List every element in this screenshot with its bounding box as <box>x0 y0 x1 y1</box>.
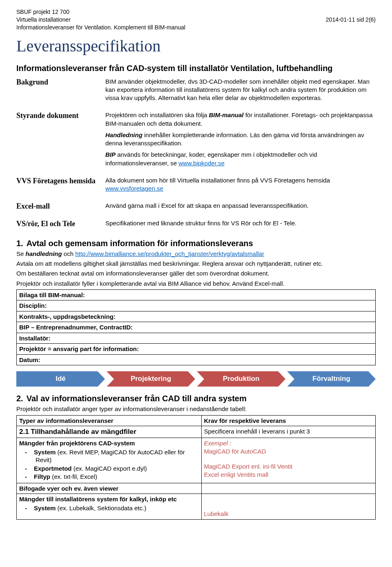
sec2-bifog-right <box>201 483 376 494</box>
sec2-mang-li2b: (ex. MagiCAD export e.dyl) <box>72 465 147 472</box>
sec2-mangkalk-li1a: System <box>34 505 56 511</box>
sec1-intro: Se handledning och http://www.bimallianc… <box>16 250 376 258</box>
sec2-mangkalk-left: Mängder till installatörens system för k… <box>17 494 202 520</box>
sec2-mang-li3b: (ex. txt-fil, Excel) <box>50 473 97 480</box>
sec2-mangkalk-li1: System (ex. Lubekalk, Sektionsdata etc.) <box>36 504 199 512</box>
sec2-mang-li3: Filtyp (ex. txt-fil, Excel) <box>36 473 199 481</box>
vvs-text: Alla dokument som hör till Virtuella ins… <box>105 176 376 193</box>
sec2-mang-right: Exempel : MagiCAD för AutoCAD MagiCAD Ex… <box>201 438 376 483</box>
sec1-row-4: Installatör: <box>17 333 376 344</box>
styrande-p1b: BIM-manual <box>209 111 243 118</box>
sec2-mangkalk-li1b: (ex. Lubekalk, Sektionsdata etc.) <box>56 505 146 511</box>
sec1-p2: Avtala om att modellens giltighet skall … <box>16 260 376 268</box>
sec2-mang-li1: System (ex. Revit MEP, MagiCAD för AutoC… <box>36 448 199 464</box>
body-vvs: Alla dokument som hör till Virtuella ins… <box>105 176 376 196</box>
sec2-table: Typer av informationsleveranser Krav för… <box>16 415 376 520</box>
sec2-mang-li1b: (ex. Revit MEP, MagiCAD för AutoCAD elle… <box>36 449 185 464</box>
term-vvs: VVS Företagens hemsida <box>16 176 98 196</box>
sec2-row21-left: 2.1 Tillhandahållande av mängdfiler <box>17 426 202 438</box>
sec2-mangkalk-top: Mängder till installatörens system för k… <box>19 495 199 503</box>
excel-text: Använd gärna mall i Excel för att skapa … <box>105 202 376 210</box>
document-page: SBUF projekt 12 700 Virtuella installati… <box>8 8 384 520</box>
arrow-ide: Idé <box>16 371 105 387</box>
styrande-p2: Handledning innehåller kompletterande in… <box>105 131 376 148</box>
link-vvsforetagen[interactable]: www.vvsforetagen.se <box>105 185 163 192</box>
sec2-intro: Projektör och installatör anger typer av… <box>16 405 376 413</box>
sec2-mang-top: Mängder från projektörens CAD-system <box>19 439 199 447</box>
body-bakgrund: BIM använder objektmodeller, dvs 3D-CAD-… <box>105 78 376 106</box>
styrande-p3: BIP används för beteckningar, koder, ege… <box>105 151 376 167</box>
body-styrande: Projektören och installatören ska följa … <box>105 111 376 171</box>
definitions-table: Bakgrund BIM använder objektmodeller, dv… <box>16 78 376 231</box>
arrow-projektering-label: Projektering <box>131 375 171 382</box>
section-2-num: 2. <box>16 394 23 403</box>
sec2-mang-li2a: Exportmetod <box>34 465 72 472</box>
document-subtitle: Informationsleveranser från CAD-system t… <box>16 63 376 73</box>
styrande-p1: Projektören och installatören ska följa … <box>105 111 376 128</box>
section-2-title: Val av informationsleveranser från CAD t… <box>27 394 247 403</box>
vsror-text: Specifikationer med liknande struktur fi… <box>105 219 376 227</box>
document-title: Leveransspecifikation <box>16 36 376 56</box>
sec2-mang-right-l2: MagiCAD Export enl. ini-fil Ventit <box>204 462 373 471</box>
section-2-heading: 2.Val av informationsleveranser från CAD… <box>16 394 376 403</box>
arrow-produktion-label: Produktion <box>223 375 260 382</box>
sec2-th-right: Krav för respektive leverans <box>201 415 376 426</box>
arrow-forvaltning: Förvaltning <box>287 371 376 387</box>
sec1-row-2: Kontrakts-, uppdragsbeteckning: <box>17 311 376 322</box>
sec2-mang-li2: Exportmetod (ex. MagiCAD export e.dyl) <box>36 465 199 473</box>
sec2-mang-left: Mängder från projektörens CAD-system Sys… <box>17 438 202 483</box>
section-1-title: Avtal och gemensam information för infor… <box>27 239 253 248</box>
term-bakgrund: Bakgrund <box>16 78 98 106</box>
sec1-intro-a: Se <box>16 250 26 257</box>
sec2-mangkalk-right-val: Lubekalk <box>204 510 373 518</box>
arrow-produktion: Produktion <box>197 371 285 387</box>
styrande-p2b: innehåller kompletterande information. L… <box>105 131 364 147</box>
arrow-projektering: Projektering <box>107 371 195 387</box>
sec2-th-left: Typer av informationsleveranser <box>17 415 202 426</box>
sec1-row-5: Projektör = ansvarig part för informatio… <box>17 344 376 355</box>
bakgrund-text: BIM använder objektmodeller, dvs 3D-CAD-… <box>105 78 376 102</box>
sec2-row21-right: Specificera innehåll i leverans i punkt … <box>201 426 376 438</box>
header-page-info: 2014-01-11 sid 2(6) <box>326 16 376 24</box>
sec1-row-6: Datum: <box>17 354 376 365</box>
sec1-table: Bilaga till BIM-manual: Disciplin: Kontr… <box>16 289 376 366</box>
term-excel: Excel-mall <box>16 202 98 213</box>
page-header: SBUF projekt 12 700 Virtuella installati… <box>16 8 376 31</box>
section-1-num: 1. <box>16 239 23 248</box>
header-line-1: SBUF projekt 12 700 <box>16 8 376 16</box>
sec1-intro-b: handledning <box>26 250 62 257</box>
arrow-ide-label: Idé <box>56 375 66 382</box>
sec2-mang-right-ex: Exempel : <box>204 439 373 447</box>
sec1-p4: Projektör och installatör fyller i kompl… <box>16 280 376 288</box>
link-bimalliance[interactable]: http://www.bimalliance.se/produkter_och_… <box>75 250 264 257</box>
header-line-3: Informationsleveranser för Ventilation. … <box>16 24 376 31</box>
styrande-p1a: Projektören och installatören ska följa <box>105 111 209 118</box>
sec1-p3: Om beställaren tecknat avtal om informat… <box>16 269 376 278</box>
term-vsror: VS/rör, El och Tele <box>16 219 98 231</box>
sec1-row-1: Disciplin: <box>17 300 376 311</box>
styrande-p3a: BIP <box>105 151 116 158</box>
body-vsror: Specifikationer med liknande struktur fi… <box>105 219 376 231</box>
term-styrande: Styrande dokument <box>16 111 98 171</box>
header-line-2: Virtuella installationer <box>16 16 71 24</box>
body-excel: Använd gärna mall i Excel för att skapa … <box>105 202 376 213</box>
vvs-text-a: Alla dokument som hör till Virtuella ins… <box>105 177 330 184</box>
sec1-row-3: BIP – Entreprenadnummer, ContractID: <box>17 322 376 333</box>
arrow-forvaltning-label: Förvaltning <box>312 375 350 382</box>
sec2-mang-li1a: System <box>34 449 56 456</box>
section-1-heading: 1.Avtal och gemensam information för inf… <box>16 239 376 248</box>
sec2-mang-right-l1: MagiCAD för AutoCAD <box>204 447 373 456</box>
process-arrows: Idé Projektering Produktion Förvaltning <box>16 371 376 387</box>
sec2-mang-li3a: Filtyp <box>34 473 50 480</box>
styrande-p2a: Handledning <box>105 131 143 138</box>
sec1-intro-c: och <box>62 250 76 257</box>
link-bipkoder[interactable]: www.bipkoder.se <box>178 160 225 167</box>
sec2-bifog-left: Bifogade vyer och ev. även viewer <box>17 483 202 494</box>
sec2-mangkalk-right: Lubekalk <box>201 494 376 520</box>
sec1-row-0: Bilaga till BIM-manual: <box>17 289 376 300</box>
sec2-mang-right-l3: Excel enligt Ventits mall <box>204 471 373 479</box>
